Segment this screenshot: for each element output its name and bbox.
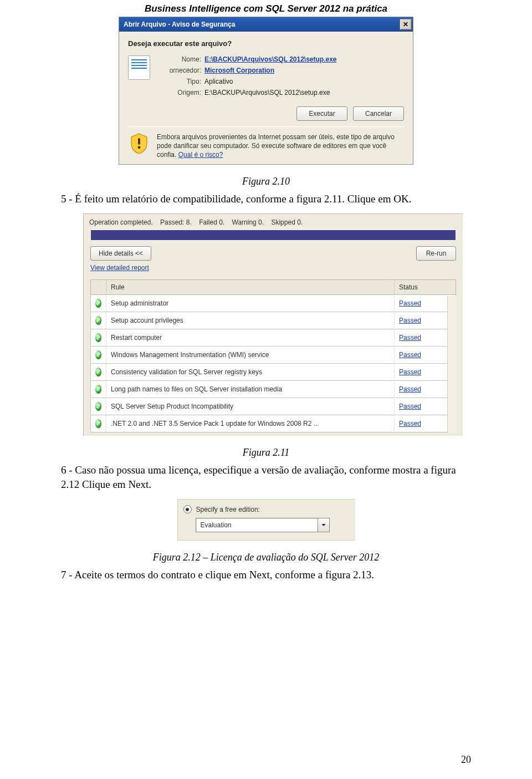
- check-icon: ✓: [95, 419, 101, 428]
- value-type: Aplicativo: [204, 78, 337, 85]
- rule-name: Restart computer: [106, 330, 395, 345]
- free-edition-panel: Specify a free edition: Evaluation: [177, 499, 355, 541]
- body-step-6: 6 - Caso não possua uma licença, especif…: [61, 463, 471, 491]
- hide-details-button[interactable]: Hide details <<: [90, 246, 151, 261]
- chevron-down-icon[interactable]: [318, 518, 329, 532]
- check-icon: ✓: [95, 350, 101, 359]
- check-icon: ✓: [95, 385, 101, 394]
- edition-combobox[interactable]: Evaluation: [196, 518, 330, 532]
- table-row: ✓Setup account privilegesPassed: [90, 312, 456, 329]
- figure-caption-212: Figura 2.12 – Licença de avaliação do SQ…: [61, 552, 471, 563]
- risk-link[interactable]: Qual é o risco?: [178, 151, 223, 159]
- run-button[interactable]: Executar: [296, 106, 347, 121]
- status-link[interactable]: Passed: [399, 334, 421, 342]
- file-icon: [128, 55, 150, 80]
- table-row: ✓SQL Server Setup Product Incompatibilit…: [90, 398, 456, 415]
- check-icon: ✓: [95, 368, 101, 376]
- rule-name: Windows Management Instrumentation (WMI)…: [106, 347, 395, 363]
- check-icon: ✓: [95, 333, 101, 342]
- svg-point-0: [138, 146, 141, 149]
- setup-rules-panel: Operation completed. Passed: 8. Failed 0…: [83, 213, 463, 436]
- status-link[interactable]: Passed: [399, 317, 421, 324]
- operation-summary: Operation completed. Passed: 8. Failed 0…: [84, 214, 463, 228]
- col-rule: Rule: [106, 280, 395, 294]
- label-type: Tipo:: [157, 78, 201, 85]
- label-name: Nome:: [157, 55, 201, 63]
- status-link[interactable]: Passed: [399, 420, 421, 427]
- check-icon: ✓: [95, 316, 101, 325]
- rule-name: .NET 2.0 and .NET 3.5 Service Pack 1 upd…: [106, 416, 395, 431]
- rule-name: Long path names to files on SQL Server i…: [106, 381, 395, 397]
- table-row: ✓Long path names to files on SQL Server …: [90, 381, 456, 398]
- scrollbar[interactable]: [447, 296, 457, 433]
- status-link[interactable]: Passed: [399, 403, 421, 410]
- rules-table: Rule Status ✓Setup administratorPassed✓S…: [90, 279, 456, 432]
- svg-rect-1: [138, 138, 140, 145]
- value-name[interactable]: E:\BACKUP\Arquivos\SQL 2012\setup.exe: [204, 55, 337, 63]
- rule-name: Setup administrator: [106, 296, 395, 311]
- value-publisher[interactable]: Microsoft Corporation: [204, 67, 337, 74]
- cancel-button[interactable]: Cancelar: [353, 106, 404, 121]
- status-link[interactable]: Passed: [399, 351, 421, 359]
- radio-specify-free-edition[interactable]: [183, 505, 192, 513]
- body-step-5: 5 - É feito um relatório de compatibilid…: [61, 192, 471, 206]
- dialog-titlebar[interactable]: Abrir Arquivo - Aviso de Segurança ✕: [119, 17, 413, 32]
- rule-name: Setup account privileges: [106, 313, 395, 328]
- document-header: Business Intelligence com SQL Server 201…: [61, 0, 471, 17]
- table-row: ✓.NET 2.0 and .NET 3.5 Service Pack 1 up…: [90, 415, 456, 432]
- dialog-title: Abrir Arquivo - Aviso de Segurança: [124, 21, 235, 28]
- rules-header: Rule Status: [90, 279, 456, 295]
- body-step-7: 7 - Aceite os termos do contrato e cliqu…: [61, 568, 471, 582]
- status-link[interactable]: Passed: [399, 385, 421, 393]
- figure-caption-211: Figura 2.11: [61, 447, 471, 459]
- rerun-button[interactable]: Re-run: [416, 246, 456, 261]
- table-row: ✓Consistency validation for SQL Server r…: [90, 364, 456, 381]
- progress-bar: [90, 230, 456, 241]
- check-icon: ✓: [95, 299, 101, 308]
- label-publisher: ornecedor:: [157, 67, 201, 74]
- free-edition-label: Specify a free edition:: [196, 506, 260, 513]
- check-icon: ✓: [95, 402, 101, 411]
- table-row: ✓Restart computerPassed: [90, 329, 456, 347]
- value-origin: E:\BACKUP\Arquivos\SQL 2012\setup.exe: [204, 89, 337, 96]
- rule-name: SQL Server Setup Product Incompatibility: [106, 399, 395, 414]
- table-row: ✓Windows Management Instrumentation (WMI…: [90, 347, 456, 364]
- shield-icon: [128, 133, 150, 155]
- status-link[interactable]: Passed: [399, 299, 421, 307]
- dialog-question: Deseja executar este arquivo?: [128, 39, 404, 48]
- view-detailed-report-link[interactable]: View detailed report: [90, 264, 149, 272]
- rule-name: Consistency validation for SQL Server re…: [106, 364, 395, 380]
- col-status: Status: [395, 280, 456, 294]
- table-row: ✓Setup administratorPassed: [90, 295, 456, 312]
- edition-selected: Evaluation: [196, 521, 318, 529]
- page-number: 20: [461, 754, 471, 766]
- figure-caption-210: Figura 2.10: [61, 176, 471, 187]
- label-origin: Origem:: [157, 89, 201, 96]
- close-icon: ✕: [403, 21, 408, 28]
- status-link[interactable]: Passed: [399, 368, 421, 376]
- warning-text: Embora arquivos provenientes da Internet…: [157, 133, 404, 160]
- close-button[interactable]: ✕: [400, 19, 412, 30]
- security-warning-dialog: Abrir Arquivo - Aviso de Segurança ✕ Des…: [119, 17, 413, 165]
